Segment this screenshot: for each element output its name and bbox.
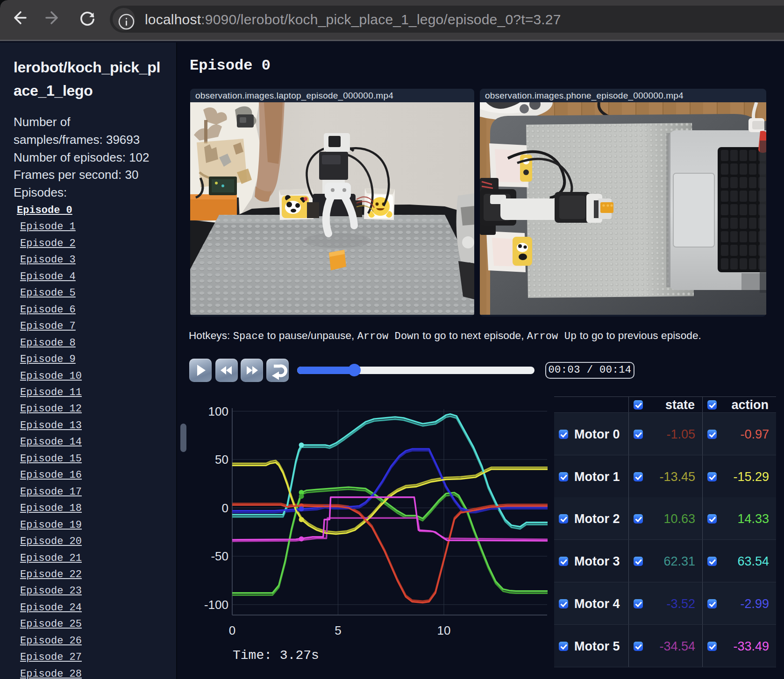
svg-text:5: 5 [335, 623, 341, 637]
svg-text:50: 50 [215, 453, 228, 467]
svg-text:10: 10 [437, 623, 451, 637]
svg-text:-100: -100 [204, 598, 228, 612]
svg-text:-50: -50 [211, 549, 228, 563]
svg-text:0: 0 [229, 623, 235, 637]
svg-text:100: 100 [208, 404, 228, 418]
svg-text:Time: 3.27s: Time: 3.27s [233, 648, 319, 663]
svg-text:0: 0 [222, 501, 228, 515]
